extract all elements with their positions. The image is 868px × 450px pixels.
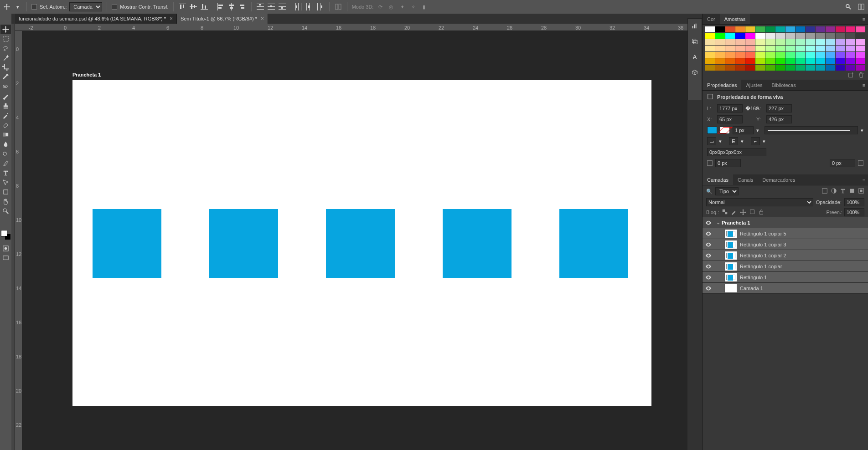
canvas-stage[interactable]: Prancheta 1 [22,31,687,450]
swatch[interactable] [775,39,785,45]
swatch[interactable] [836,58,845,64]
crop-tool[interactable] [0,63,11,72]
swatch[interactable] [796,39,805,45]
tab-amostras[interactable]: Amostras [720,14,750,24]
filter-type-icon[interactable] [840,188,846,195]
layer-thumbnail[interactable] [724,229,737,238]
swatch[interactable] [806,26,815,32]
swatch[interactable] [705,52,715,58]
align-left-edges-button[interactable] [217,2,225,12]
filter-search-icon[interactable]: 🔍 [706,189,713,194]
lock-transparent-icon[interactable] [722,209,728,216]
dropdown-icon[interactable]: ▾ [741,138,744,144]
tab-demarcadores[interactable]: Demarcadores [758,174,800,185]
layer-thumbnail[interactable] [724,273,737,282]
corner-coords-field[interactable] [707,148,766,156]
document-tab[interactable]: Sem Título-1 @ 66,7% (RGB/8#) * × [177,14,268,24]
layer-row[interactable]: Retângulo 1 [703,272,868,283]
lasso-tool[interactable] [0,44,11,53]
swatch[interactable] [725,65,735,71]
lock-position-icon[interactable] [740,209,746,216]
shape-rectangle[interactable] [209,209,278,278]
distribute-right-button[interactable] [316,2,325,12]
swatch[interactable] [796,58,805,64]
distribute-top-button[interactable] [256,2,264,12]
fill-swatch[interactable] [707,127,717,134]
swatch[interactable] [826,33,835,39]
swatch[interactable] [806,58,815,64]
auto-select-checkbox[interactable] [31,4,37,10]
visibility-icon[interactable] [703,274,714,281]
lock-artboard-icon[interactable] [749,209,755,216]
shape-rectangle[interactable] [443,209,512,278]
swatch[interactable] [785,33,795,39]
swatch[interactable] [806,39,815,45]
magic-wand-tool[interactable] [0,53,11,63]
visibility-icon[interactable] [703,241,714,248]
type-tool[interactable] [0,168,11,178]
corner-tl-field[interactable] [715,159,741,167]
filter-smart-icon[interactable] [858,188,864,195]
align-horizontal-centers-button[interactable] [227,2,236,12]
move-tool[interactable] [0,25,11,34]
swatch[interactable] [796,65,805,71]
layer-name[interactable]: Retângulo 1 copiar [740,264,782,269]
pen-tool[interactable] [0,159,11,168]
swatch[interactable] [856,46,865,51]
tab-propriedades[interactable]: Propriedades [703,80,741,90]
trash-icon[interactable] [858,72,864,79]
swatch[interactable] [775,65,785,71]
opacity-field[interactable]: 100% [844,198,864,206]
swatch[interactable] [846,46,855,51]
swatch[interactable] [755,33,765,39]
swatch[interactable] [836,26,845,32]
eyedropper-tool[interactable] [0,72,11,82]
shape-tool[interactable] [0,187,11,197]
swatch[interactable] [735,39,745,45]
swatch[interactable] [785,52,795,58]
swatch[interactable] [735,26,745,32]
swatch[interactable] [705,39,715,45]
lock-all-icon[interactable] [758,209,765,216]
search-icon[interactable] [844,3,852,11]
height-field[interactable] [766,104,792,112]
tab-camadas[interactable]: Camadas [703,174,733,185]
swatch[interactable] [765,39,775,45]
swatch[interactable] [735,52,745,58]
swatch[interactable] [705,58,715,64]
layer-thumbnail[interactable] [724,284,737,293]
swatch[interactable] [745,39,755,45]
swatch[interactable] [715,39,725,45]
gradient-tool[interactable] [0,130,11,139]
swatch[interactable] [765,58,775,64]
layer-thumbnail[interactable] [724,251,737,260]
dropdown-icon[interactable]: ▾ [763,138,765,144]
swatch[interactable] [816,46,825,51]
screenmode-button[interactable] [0,253,11,263]
stroke-width-field[interactable]: 1 px [733,126,754,134]
swatch[interactable] [826,46,835,51]
swatch[interactable] [715,52,725,58]
layer-name[interactable]: Retângulo 1 copiar 3 [740,242,786,247]
stroke-swatch[interactable] [720,127,730,134]
layer-row[interactable]: Retângulo 1 copiar 3 [703,239,868,250]
swatch[interactable] [806,46,815,51]
swatch[interactable] [785,65,795,71]
swatch[interactable] [755,39,765,45]
swatch[interactable] [705,65,715,71]
visibility-icon[interactable] [703,252,714,259]
swatch[interactable] [816,33,825,39]
swatch[interactable] [705,33,715,39]
swatch[interactable] [775,46,785,51]
layers-comp-icon[interactable] [690,37,699,46]
layer-row[interactable]: Camada 1 [703,283,868,294]
healing-tool[interactable] [0,82,11,92]
swatch[interactable] [796,26,805,32]
swatch[interactable] [846,39,855,45]
layer-artboard[interactable]: ⌄Prancheta 1 [703,217,868,228]
y-field[interactable] [766,115,792,123]
disclosure-icon[interactable]: ⌄ [714,220,722,225]
foreground-background-colors[interactable] [1,230,11,240]
shape-rectangle[interactable] [559,209,628,278]
swatch[interactable] [755,58,765,64]
